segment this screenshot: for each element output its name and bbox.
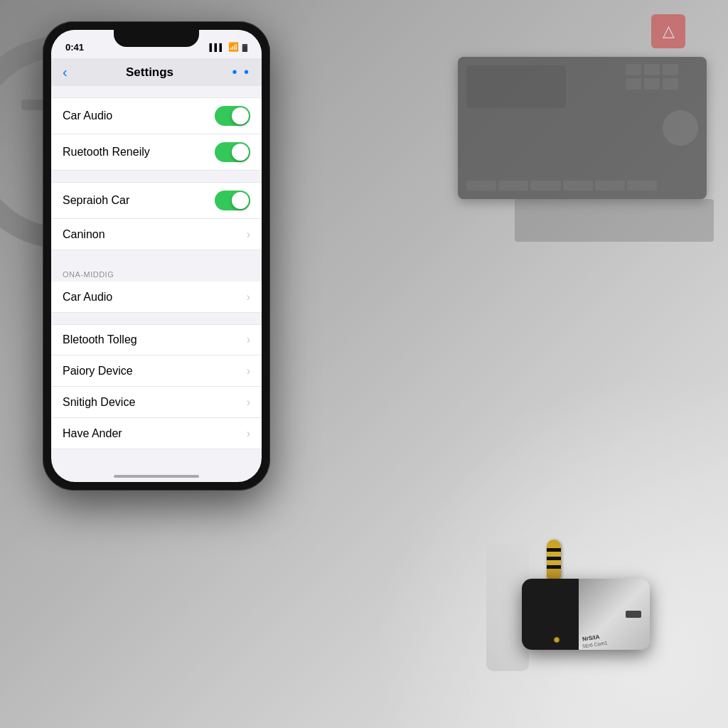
settings-group-sub: ONA-MIDDIG Car Audio › — [51, 262, 262, 313]
chevron-icon-4: › — [247, 365, 250, 378]
settings-cell-car-audio-2[interactable]: Car Audio › — [51, 282, 262, 313]
settings-group-1: Car Audio Ruetooth Reneily — [51, 97, 262, 171]
bluetooth-adapter: NrS/IA 5Er6 Com1 — [515, 572, 671, 685]
have-ander-label: Have Ander — [63, 427, 122, 440]
settings-cell-snitigh[interactable]: Snitigh Device › — [51, 387, 262, 418]
adapter-screw — [554, 637, 560, 643]
chevron-icon-5: › — [247, 396, 250, 409]
car-audio-control[interactable] — [215, 106, 250, 126]
car-audio-toggle[interactable] — [215, 106, 250, 126]
paiory-chevron: › — [247, 365, 250, 378]
settings-cell-have-ander[interactable]: Have Ander › — [51, 418, 262, 449]
snitigh-chevron: › — [247, 396, 250, 409]
caninon-chevron: › — [247, 228, 250, 241]
settings-cell-sepraioh[interactable]: Sepraioh Car — [51, 182, 262, 219]
phone-notch — [114, 30, 199, 47]
nav-bar: ‹ Settings • • — [51, 58, 262, 86]
settings-group-bottom: Bletooth Tolleg › Paiory Device › Snitig… — [51, 324, 262, 449]
sepraioh-control[interactable] — [215, 191, 250, 210]
status-time: 0:41 — [65, 42, 84, 53]
caninon-label: Caninon — [63, 228, 105, 241]
wifi-icon: 📶 — [228, 42, 239, 52]
bletooth-label: Bletooth Tolleg — [63, 333, 137, 346]
chevron-icon-2: › — [247, 291, 250, 304]
adapter-black — [522, 579, 579, 650]
sepraioh-label: Sepraioh Car — [63, 194, 129, 207]
phone-device: 0:41 ▌▌▌ 📶 ▓ ‹ Settings • • Car Audio — [43, 21, 270, 491]
usb-port — [626, 611, 641, 618]
battery-icon: ▓ — [242, 43, 247, 51]
more-button[interactable]: • • — [232, 64, 250, 80]
bluetooth-label: Ruetooth Reneily — [63, 146, 150, 159]
bluetooth-toggle[interactable] — [215, 142, 250, 162]
paiory-label: Paiory Device — [63, 365, 133, 378]
settings-content: Car Audio Ruetooth Reneily — [51, 86, 262, 449]
sepraioh-knob — [232, 192, 249, 209]
settings-cell-bletooth[interactable]: Bletooth Tolleg › — [51, 324, 262, 355]
car-audio-2-chevron: › — [247, 291, 250, 304]
bletooth-chevron: › — [247, 333, 250, 346]
audio-jack — [547, 540, 561, 579]
snitigh-label: Snitigh Device — [63, 396, 135, 409]
settings-cell-bluetooth[interactable]: Ruetooth Reneily — [51, 134, 262, 171]
phone-screen: 0:41 ▌▌▌ 📶 ▓ ‹ Settings • • Car Audio — [51, 30, 262, 482]
settings-group-2: Sepraioh Car Caninon › — [51, 182, 262, 250]
signal-icon: ▌▌▌ — [209, 43, 224, 51]
sepraioh-toggle[interactable] — [215, 191, 250, 210]
bluetooth-control[interactable] — [215, 142, 250, 162]
adapter-body: NrS/IA 5Er6 Com1 — [522, 579, 650, 650]
home-indicator — [114, 475, 199, 478]
car-audio-label: Car Audio — [63, 109, 112, 122]
back-button[interactable]: ‹ — [63, 64, 68, 80]
phone-body: 0:41 ▌▌▌ 📶 ▓ ‹ Settings • • Car Audio — [43, 21, 270, 491]
have-ander-chevron: › — [247, 427, 250, 440]
chevron-icon-6: › — [247, 427, 250, 440]
car-audio-2-label: Car Audio — [63, 291, 112, 304]
nav-title: Settings — [126, 65, 173, 80]
bluetooth-knob — [232, 144, 249, 161]
chevron-icon: › — [247, 228, 250, 241]
chevron-icon-3: › — [247, 333, 250, 346]
settings-cell-car-audio[interactable]: Car Audio — [51, 97, 262, 134]
settings-cell-paiory[interactable]: Paiory Device › — [51, 355, 262, 387]
car-audio-knob — [232, 107, 249, 124]
section-header-ona: ONA-MIDDIG — [51, 262, 262, 282]
settings-cell-caninon[interactable]: Caninon › — [51, 219, 262, 250]
status-icons: ▌▌▌ 📶 ▓ — [209, 42, 247, 52]
